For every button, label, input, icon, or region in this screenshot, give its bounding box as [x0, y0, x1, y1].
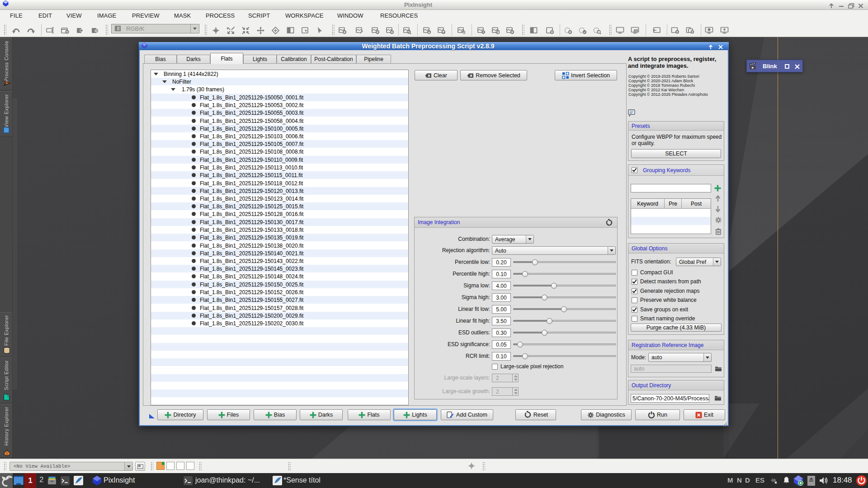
svg-text:24: 24: [634, 29, 637, 33]
